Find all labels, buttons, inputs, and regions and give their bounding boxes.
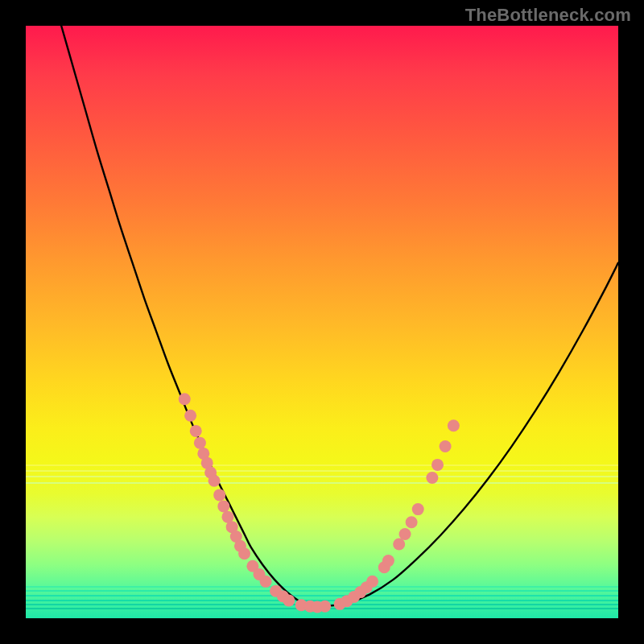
curve-dot: [412, 503, 424, 515]
curve-dot: [194, 437, 206, 449]
curve-layer: [26, 26, 618, 618]
curve-dot: [208, 475, 221, 487]
chart-frame: TheBottleneck.com: [0, 0, 644, 644]
curve-dot: [190, 425, 202, 437]
curve-dot: [213, 489, 225, 501]
curve-dot: [238, 547, 250, 559]
curve-dot: [184, 410, 196, 422]
curve-dot: [399, 528, 411, 540]
plot-area: [26, 26, 618, 618]
curve-dot: [426, 472, 438, 484]
curve-dot: [179, 393, 191, 405]
curve-dot: [406, 516, 418, 528]
curve-dots: [179, 393, 460, 613]
curve-dot: [393, 539, 405, 551]
curve-dot: [319, 601, 331, 613]
curve-dot: [366, 576, 378, 588]
curve-dot: [217, 500, 229, 512]
curve-dot: [440, 440, 452, 452]
curve-dot: [283, 594, 295, 606]
bottleneck-curve: [61, 26, 618, 607]
curve-dot: [431, 459, 444, 471]
watermark-text: TheBottleneck.com: [465, 5, 631, 26]
curve-dot: [448, 419, 460, 431]
curve-dot: [382, 555, 394, 567]
curve-dot: [260, 576, 272, 588]
